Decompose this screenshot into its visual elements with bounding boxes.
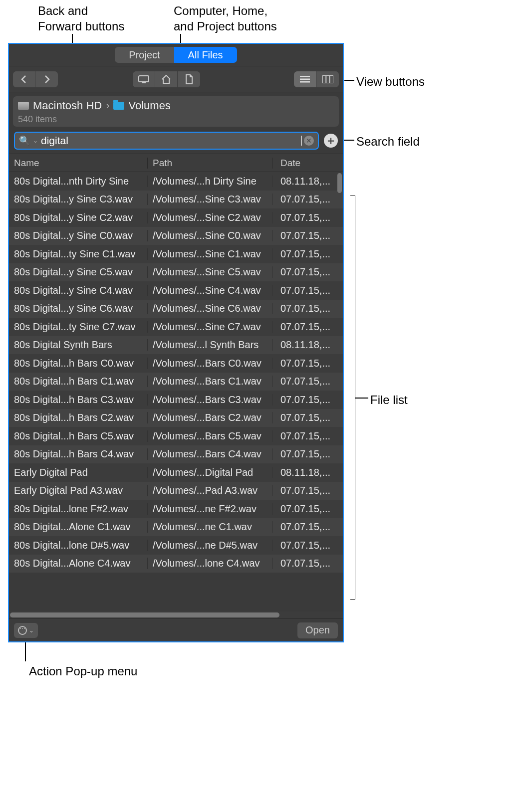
cell-path: /Volumes/...Sine C0.wav <box>148 230 272 241</box>
cell-path: /Volumes/...Digital Pad <box>148 467 272 478</box>
cell-path: /Volumes/...Sine C3.wav <box>148 194 272 205</box>
home-button[interactable] <box>155 71 178 87</box>
table-row[interactable]: 80s Digital...y Sine C6.wav/Volumes/...S… <box>9 300 343 318</box>
table-row[interactable]: 80s Digital...y Sine C4.wav/Volumes/...S… <box>9 281 343 300</box>
cell-date: 07.07.15,... <box>272 540 343 551</box>
search-input[interactable]: 🔍 ⌄ digital ✕ <box>14 132 319 150</box>
cell-path: /Volumes/...Bars C2.wav <box>148 412 272 423</box>
list-view-button[interactable] <box>294 71 316 87</box>
chevron-right-icon: › <box>106 99 109 112</box>
table-row[interactable]: 80s Digital...ty Sine C1.wav/Volumes/...… <box>9 245 343 263</box>
callout-view-buttons: View buttons <box>356 74 425 89</box>
table-row[interactable]: 80s Digital...Alone C4.wav/Volumes/...lo… <box>9 555 343 573</box>
scrollbar-thumb[interactable] <box>10 612 279 617</box>
column-header-date[interactable]: Date <box>272 158 343 169</box>
breadcrumb-root: Macintosh HD <box>33 99 102 112</box>
cell-name: 80s Digital...lone F#2.wav <box>9 503 148 515</box>
chevron-right-icon <box>43 75 50 83</box>
table-row[interactable]: 80s Digital...h Bars C4.wav/Volumes/...B… <box>9 445 343 464</box>
cell-name: 80s Digital...lone D#5.wav <box>9 540 148 551</box>
plus-icon: ＋ <box>325 133 336 148</box>
cell-date: 07.07.15,... <box>272 394 343 406</box>
add-button[interactable]: ＋ <box>324 134 338 148</box>
cell-date: 08.11.18,... <box>272 467 343 478</box>
item-count: 540 items <box>18 114 334 125</box>
forward-button[interactable] <box>35 71 58 87</box>
leader-line <box>344 80 354 81</box>
list-header: Name Path Date <box>9 154 343 172</box>
tab-all-files[interactable]: All Files <box>174 47 237 63</box>
cell-date: 07.07.15,... <box>272 303 343 314</box>
cell-date: 08.11.18,... <box>272 339 343 351</box>
nav-button-group <box>13 71 58 87</box>
cell-name: 80s Digital...y Sine C0.wav <box>9 230 148 241</box>
cell-path: /Volumes/...Bars C4.wav <box>148 448 272 460</box>
bracket <box>350 196 355 600</box>
chevron-down-icon: ⌄ <box>33 137 38 144</box>
cell-path: /Volumes/...Sine C6.wav <box>148 303 272 314</box>
table-row[interactable]: Early Digital Pad/Volumes/...Digital Pad… <box>9 463 343 482</box>
table-row[interactable]: 80s Digital...h Bars C2.wav/Volumes/...B… <box>9 409 343 427</box>
cell-name: 80s Digital...h Bars C5.wav <box>9 430 148 442</box>
columns-icon <box>322 75 333 83</box>
cell-date: 07.07.15,... <box>272 485 343 496</box>
file-browser-panel: Project All Files <box>8 43 344 642</box>
table-row[interactable]: 80s Digital...lone D#5.wav/Volumes/...ne… <box>9 536 343 555</box>
cell-path: /Volumes/...Sine C5.wav <box>148 266 272 278</box>
cell-path: /Volumes/...Bars C5.wav <box>148 430 272 442</box>
table-row[interactable]: 80s Digital...Alone C1.wav/Volumes/...ne… <box>9 518 343 537</box>
cell-path: /Volumes/...Sine C4.wav <box>148 285 272 296</box>
search-icon: 🔍 <box>19 135 30 146</box>
scrollbar-thumb[interactable] <box>337 173 342 193</box>
column-view-button[interactable] <box>316 71 339 87</box>
table-row[interactable]: 80s Digital...lone F#2.wav/Volumes/...ne… <box>9 500 343 518</box>
document-icon <box>185 74 193 84</box>
search-row: 🔍 ⌄ digital ✕ ＋ <box>9 127 343 154</box>
open-button[interactable]: Open <box>297 622 338 638</box>
table-row[interactable]: 80s Digital...nth Dirty Sine/Volumes/...… <box>9 172 343 191</box>
horizontal-scrollbar[interactable] <box>9 611 343 618</box>
computer-button[interactable] <box>133 71 155 87</box>
cell-name: 80s Digital...h Bars C4.wav <box>9 448 148 460</box>
column-header-name[interactable]: Name <box>9 158 148 169</box>
action-popup-menu[interactable]: ⌄ <box>14 623 38 638</box>
cell-date: 07.07.15,... <box>272 212 343 223</box>
table-row[interactable]: 80s Digital...y Sine C2.wav/Volumes/...S… <box>9 208 343 227</box>
table-row[interactable]: 80s Digital Synth Bars/Volumes/...l Synt… <box>9 336 343 355</box>
cell-date: 07.07.15,... <box>272 376 343 387</box>
search-value: digital <box>41 135 301 147</box>
table-row[interactable]: 80s Digital...h Bars C1.wav/Volumes/...B… <box>9 373 343 391</box>
cell-date: 07.07.15,... <box>272 412 343 423</box>
table-row[interactable]: 80s Digital...h Bars C5.wav/Volumes/...B… <box>9 427 343 445</box>
cell-name: 80s Digital...y Sine C5.wav <box>9 266 148 278</box>
svg-rect-5 <box>322 75 333 83</box>
cell-path: /Volumes/...h Dirty Sine <box>148 176 272 187</box>
table-row[interactable]: 80s Digital...y Sine C3.wav/Volumes/...S… <box>9 191 343 209</box>
tab-bar: Project All Files <box>9 44 343 66</box>
back-button[interactable] <box>13 71 35 87</box>
table-row[interactable]: Early Digital Pad A3.wav/Volumes/...Pad … <box>9 482 343 500</box>
cell-name: 80s Digital...ty Sine C1.wav <box>9 248 148 260</box>
cell-name: 80s Digital...y Sine C4.wav <box>9 285 148 296</box>
tab-segment: Project All Files <box>115 47 237 63</box>
table-row[interactable]: 80s Digital...h Bars C3.wav/Volumes/...B… <box>9 391 343 409</box>
cell-name: 80s Digital...ty Sine C7.wav <box>9 321 148 333</box>
cell-date: 07.07.15,... <box>272 430 343 442</box>
table-row[interactable]: 80s Digital...y Sine C0.wav/Volumes/...S… <box>9 227 343 245</box>
view-button-group <box>294 71 339 87</box>
svg-rect-0 <box>139 76 149 82</box>
table-row[interactable]: 80s Digital...y Sine C5.wav/Volumes/...S… <box>9 263 343 282</box>
table-row[interactable]: 80s Digital...ty Sine C7.wav/Volumes/...… <box>9 318 343 336</box>
column-header-path[interactable]: Path <box>148 158 272 169</box>
list-body[interactable]: 80s Digital...nth Dirty Sine/Volumes/...… <box>9 172 343 611</box>
toolbar <box>9 66 343 92</box>
clear-search-button[interactable]: ✕ <box>304 136 314 146</box>
chevron-down-icon: ⌄ <box>29 627 34 634</box>
cell-date: 08.11.18,... <box>272 176 343 187</box>
cell-date: 07.07.15,... <box>272 358 343 369</box>
folder-icon <box>113 102 124 110</box>
project-button[interactable] <box>178 71 200 87</box>
tab-project[interactable]: Project <box>115 47 174 63</box>
table-row[interactable]: 80s Digital...h Bars C0.wav/Volumes/...B… <box>9 354 343 373</box>
breadcrumb[interactable]: Macintosh HD › Volumes <box>18 99 334 112</box>
